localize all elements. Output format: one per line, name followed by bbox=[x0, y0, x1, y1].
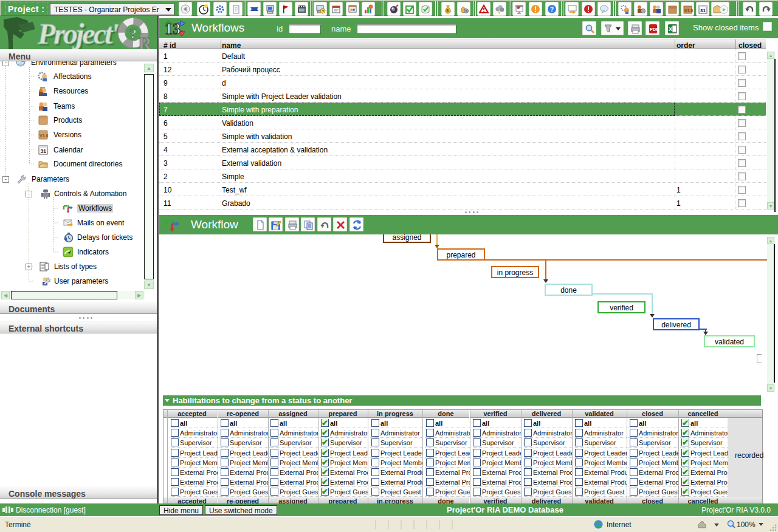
svg-text:31: 31 bbox=[41, 148, 47, 154]
svg-text:Project': Project' bbox=[37, 18, 119, 49]
svg-text:31: 31 bbox=[700, 8, 706, 13]
svg-text:?: ? bbox=[550, 6, 554, 13]
svg-text:PDF: PDF bbox=[650, 27, 658, 32]
svg-text:$: $ bbox=[446, 8, 449, 13]
svg-text:V1.0: V1.0 bbox=[40, 134, 48, 138]
svg-text:V1.0: V1.0 bbox=[684, 9, 693, 13]
svg-text:X: X bbox=[669, 26, 672, 32]
svg-text:13: 13 bbox=[165, 20, 181, 37]
svg-text:?: ? bbox=[129, 26, 137, 41]
svg-text:R: R bbox=[138, 33, 153, 49]
